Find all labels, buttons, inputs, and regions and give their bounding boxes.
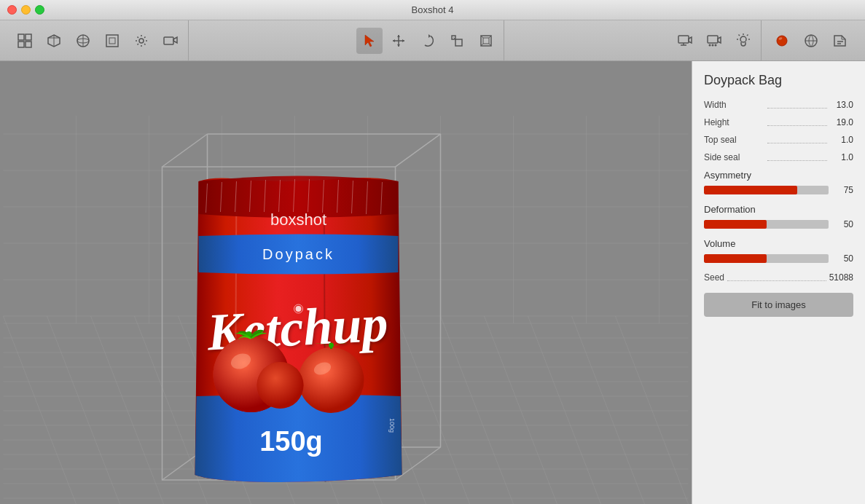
width-label: Width (704, 100, 764, 110)
svg-rect-3 (26, 42, 31, 47)
asymmetry-fill (704, 186, 797, 194)
side-seal-label: Side seal (704, 152, 764, 162)
titlebar: Boxshot 4 (0, 0, 865, 20)
export-icon[interactable] (827, 28, 853, 54)
deformation-value: 50 (833, 219, 853, 229)
seed-dots (727, 274, 826, 281)
volume-slider-row: 50 (704, 253, 853, 264)
seed-value[interactable]: 51088 (829, 272, 853, 283)
window-title: Boxshot 4 (412, 4, 454, 15)
deformation-label: Deformation (704, 204, 853, 215)
svg-point-26 (715, 44, 717, 46)
material-icon[interactable] (769, 28, 795, 54)
viewport[interactable]: boxshot Doypack Ketchup 150g 100g (0, 61, 692, 504)
right-panel: Doypack Bag Width 13.0 Height 19.0 Top s… (692, 61, 865, 504)
scale-tool-button[interactable] (444, 28, 470, 54)
scene-icon[interactable] (12, 28, 38, 54)
toolbar (0, 20, 865, 61)
top-seal-value[interactable]: 1.0 (830, 135, 853, 145)
height-value[interactable]: 19.0 (830, 117, 853, 127)
svg-point-27 (740, 36, 746, 42)
svg-point-120 (296, 306, 302, 312)
svg-point-11 (139, 39, 144, 43)
svg-rect-0 (18, 34, 24, 40)
asymmetry-slider-row: 75 (704, 185, 853, 195)
svg-text:Doypack: Doypack (262, 246, 334, 262)
move-tool-button[interactable] (385, 28, 412, 54)
seed-property: Seed 51088 (704, 272, 853, 283)
svg-point-115 (299, 347, 364, 413)
width-property: Width 13.0 (704, 100, 853, 110)
main-area: boxshot Doypack Ketchup 150g 100g (0, 61, 865, 504)
camera-record-icon[interactable] (157, 28, 184, 54)
svg-rect-19 (483, 38, 489, 44)
top-seal-property: Top seal 1.0 (704, 135, 853, 145)
frame-icon[interactable] (99, 28, 125, 54)
rotate-tool-button[interactable] (415, 28, 441, 54)
fit-view-button[interactable] (473, 28, 499, 54)
side-seal-dots (767, 154, 828, 161)
svg-rect-23 (708, 36, 718, 43)
volume-slider[interactable] (704, 254, 829, 263)
window-controls[interactable] (7, 5, 44, 15)
svg-rect-9 (106, 35, 118, 47)
close-button[interactable] (7, 5, 17, 15)
svg-point-119 (257, 362, 304, 409)
toolbar-render-group (668, 20, 762, 60)
width-dots (767, 101, 828, 109)
minimize-button[interactable] (21, 5, 31, 15)
svg-line-32 (739, 34, 740, 36)
svg-rect-20 (678, 36, 689, 43)
svg-point-117 (329, 343, 334, 348)
svg-point-25 (712, 44, 714, 46)
top-seal-dots (767, 136, 828, 143)
fit-to-images-button[interactable]: Fit to images (704, 293, 853, 317)
toolbar-left-group (7, 20, 189, 60)
maximize-button[interactable] (35, 5, 44, 15)
svg-text:150g: 150g (259, 426, 323, 457)
svg-rect-12 (164, 37, 173, 44)
panel-title: Doypack Bag (704, 73, 853, 88)
svg-rect-2 (18, 42, 24, 47)
height-label: Height (704, 117, 764, 127)
select-tool-button[interactable] (356, 28, 383, 54)
toolbar-center-group (352, 20, 504, 60)
seed-label: Seed (704, 272, 724, 283)
svg-text:100g: 100g (388, 418, 396, 433)
asymmetry-value: 75 (833, 185, 853, 195)
svg-rect-15 (455, 39, 462, 46)
settings-icon[interactable] (128, 28, 154, 54)
bag-scene: boxshot Doypack Ketchup 150g 100g (0, 61, 692, 504)
height-dots (767, 119, 828, 126)
svg-line-31 (747, 34, 748, 36)
box-icon[interactable] (41, 28, 67, 54)
orbit-icon[interactable] (70, 28, 96, 54)
volume-value: 50 (833, 253, 853, 264)
volume-fill (704, 254, 767, 263)
svg-rect-1 (26, 34, 31, 40)
deformation-slider-row: 50 (704, 219, 853, 229)
width-value[interactable]: 13.0 (830, 100, 853, 110)
lights-button[interactable] (730, 28, 756, 54)
deformation-slider[interactable] (704, 220, 829, 229)
render-button[interactable] (672, 28, 698, 54)
deformation-fill (704, 220, 767, 229)
environment-icon[interactable] (798, 28, 824, 54)
volume-label: Volume (704, 238, 853, 249)
svg-rect-10 (109, 38, 115, 44)
render-animation-button[interactable] (701, 28, 727, 54)
asymmetry-label: Asymmetry (704, 170, 853, 181)
side-seal-value[interactable]: 1.0 (830, 152, 853, 162)
side-seal-property: Side seal 1.0 (704, 152, 853, 162)
toolbar-far-right-group (764, 20, 858, 60)
svg-point-24 (709, 44, 711, 46)
top-seal-label: Top seal (704, 135, 764, 145)
asymmetry-slider[interactable] (704, 186, 829, 194)
svg-point-33 (777, 36, 787, 46)
svg-text:boxshot: boxshot (270, 210, 326, 229)
height-property: Height 19.0 (704, 117, 853, 127)
